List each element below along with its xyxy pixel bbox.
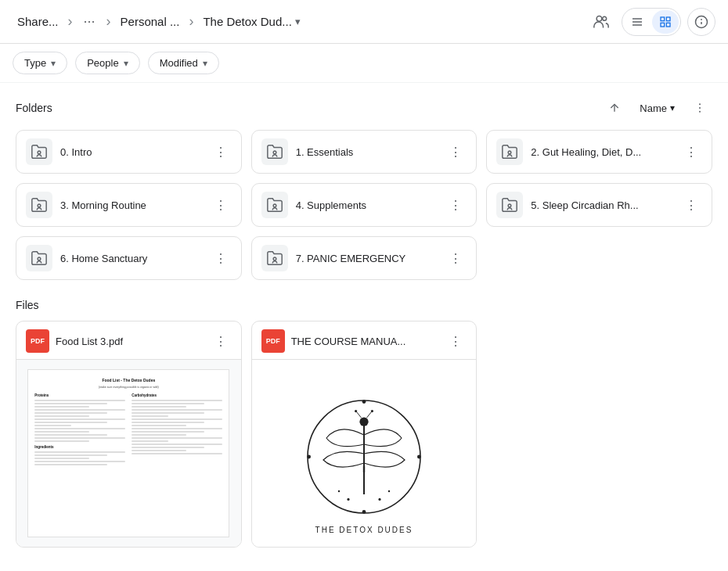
folder-name-0: 0. Intro bbox=[60, 146, 92, 158]
shared-folder-svg-4 bbox=[266, 196, 283, 214]
folders-section-header: Folders Name ▾ bbox=[16, 95, 712, 120]
svg-point-16 bbox=[38, 151, 41, 154]
nav-more-dots[interactable]: ··· bbox=[77, 10, 102, 33]
filter-bar: Type ▾ People ▾ Modified ▾ bbox=[0, 44, 728, 83]
folder-card-2[interactable]: 2. Gut Healing, Diet, D... ⋮ bbox=[486, 130, 712, 174]
folder-grid: 0. Intro ⋮ 1. Essentials ⋮ bbox=[16, 130, 712, 280]
people-icon-btn[interactable] bbox=[587, 8, 615, 36]
svg-point-26 bbox=[362, 510, 366, 514]
more-vert-icon bbox=[694, 102, 706, 114]
file-preview-course-manual: THE DETOX DUDES bbox=[252, 359, 477, 547]
folder-more-4[interactable]: ⋮ bbox=[445, 194, 467, 216]
nav-detox[interactable]: The Detox Dud... ▾ bbox=[198, 12, 305, 31]
shared-folder-svg-1 bbox=[266, 143, 283, 160]
folder-card-5[interactable]: 5. Sleep Circadian Rh... ⋮ bbox=[486, 183, 712, 227]
sort-order-btn[interactable] bbox=[602, 95, 627, 120]
folder-more-5[interactable]: ⋮ bbox=[680, 194, 702, 216]
svg-point-19 bbox=[38, 204, 41, 207]
svg-line-39 bbox=[356, 411, 361, 418]
svg-point-15 bbox=[699, 111, 701, 113]
info-btn[interactable] bbox=[687, 8, 715, 36]
pdf-icon-food-list: PDF bbox=[26, 329, 49, 353]
shared-folder-svg-0 bbox=[31, 143, 48, 160]
svg-point-41 bbox=[355, 410, 357, 412]
folder-more-1[interactable]: ⋮ bbox=[445, 141, 467, 163]
svg-rect-8 bbox=[666, 23, 670, 27]
file-card-food-list[interactable]: PDF Food List 3.pdf ⋮ Food List - The De… bbox=[16, 321, 242, 548]
main-content: Folders Name ▾ bbox=[0, 83, 728, 560]
folder-icon-1 bbox=[261, 138, 288, 165]
file-name-course-manual: THE COURSE MANUA... bbox=[291, 336, 406, 347]
file-card-course-manual[interactable]: PDF THE COURSE MANUA... ⋮ bbox=[251, 321, 478, 548]
folder-card-7[interactable]: 7. PANIC EMERGENCY ⋮ bbox=[251, 236, 478, 280]
nav-personal[interactable]: Personal ... bbox=[116, 12, 185, 31]
filter-type[interactable]: Type ▾ bbox=[13, 52, 67, 74]
svg-point-13 bbox=[699, 103, 701, 105]
sort-controls: Name ▾ bbox=[602, 95, 712, 120]
info-icon bbox=[694, 15, 708, 29]
svg-rect-7 bbox=[661, 23, 665, 27]
shared-folder-svg-6 bbox=[31, 250, 48, 267]
folder-more-3[interactable]: ⋮ bbox=[210, 194, 232, 216]
folder-icon-6 bbox=[26, 245, 52, 271]
nav-sep-2: › bbox=[105, 13, 113, 30]
svg-point-22 bbox=[38, 257, 41, 260]
grid-view-btn[interactable] bbox=[652, 10, 679, 34]
list-icon bbox=[631, 16, 643, 28]
svg-point-35 bbox=[347, 498, 349, 501]
folder-card-0[interactable]: 0. Intro ⋮ bbox=[16, 130, 242, 174]
folder-icon-4 bbox=[261, 192, 288, 218]
svg-point-38 bbox=[388, 490, 390, 492]
file-more-course-manual[interactable]: ⋮ bbox=[445, 330, 467, 352]
list-view-btn[interactable] bbox=[624, 10, 651, 34]
sort-name-btn[interactable]: Name ▾ bbox=[633, 99, 681, 117]
top-nav: Share... › ··· › Personal ... › The Deto… bbox=[0, 0, 728, 44]
files-title: Files bbox=[16, 299, 712, 311]
folder-name-1: 1. Essentials bbox=[296, 146, 354, 158]
svg-point-18 bbox=[508, 151, 511, 154]
folder-more-7[interactable]: ⋮ bbox=[445, 247, 467, 269]
svg-line-40 bbox=[366, 411, 371, 418]
view-toggle bbox=[622, 8, 681, 36]
folder-more-0[interactable]: ⋮ bbox=[210, 141, 232, 163]
shared-folder-svg-3 bbox=[31, 196, 48, 214]
files-grid: PDF Food List 3.pdf ⋮ Food List - The De… bbox=[16, 321, 712, 548]
folder-card-6[interactable]: 6. Home Sanctuary ⋮ bbox=[16, 236, 242, 280]
svg-point-25 bbox=[362, 400, 366, 404]
modified-arrow: ▾ bbox=[203, 58, 207, 69]
svg-point-17 bbox=[273, 151, 276, 154]
folders-more-btn[interactable] bbox=[687, 95, 712, 120]
folder-icon-5 bbox=[496, 192, 523, 218]
svg-point-30 bbox=[359, 418, 368, 426]
svg-point-27 bbox=[307, 455, 311, 459]
folder-name-4: 4. Supplements bbox=[296, 199, 366, 211]
svg-point-0 bbox=[596, 16, 602, 21]
filter-modified[interactable]: Modified ▾ bbox=[148, 52, 219, 74]
folder-card-4[interactable]: 4. Supplements ⋮ bbox=[251, 183, 478, 227]
folder-name-5: 5. Sleep Circadian Rh... bbox=[531, 199, 638, 211]
file-preview-food-list: Food List - The Detox Dudes (make sure e… bbox=[16, 359, 241, 547]
folder-name-3: 3. Morning Routine bbox=[60, 199, 146, 211]
people-arrow: ▾ bbox=[124, 58, 128, 69]
dragonfly-logo bbox=[301, 394, 427, 519]
pdf-preview-subtitle: (make sure everything possible is organi… bbox=[34, 386, 222, 389]
folder-card-1[interactable]: 1. Essentials ⋮ bbox=[251, 130, 478, 174]
filter-people[interactable]: People ▾ bbox=[75, 52, 139, 74]
file-name-food-list: Food List 3.pdf bbox=[56, 336, 123, 347]
svg-rect-6 bbox=[666, 17, 670, 21]
nav-share[interactable]: Share... bbox=[13, 12, 63, 31]
shared-folder-svg-2 bbox=[501, 143, 518, 160]
svg-point-21 bbox=[508, 204, 511, 207]
sort-arrow: ▾ bbox=[670, 102, 675, 113]
folder-name-6: 6. Home Sanctuary bbox=[60, 253, 147, 264]
pdf-preview-title: Food List - The Detox Dudes bbox=[34, 378, 222, 382]
folder-card-3[interactable]: 3. Morning Routine ⋮ bbox=[16, 183, 242, 227]
folder-name-7: 7. PANIC EMERGENCY bbox=[296, 253, 406, 264]
svg-point-1 bbox=[603, 16, 607, 20]
svg-rect-5 bbox=[661, 17, 665, 21]
folder-more-6[interactable]: ⋮ bbox=[210, 247, 232, 269]
type-arrow: ▾ bbox=[51, 58, 56, 69]
folder-more-2[interactable]: ⋮ bbox=[680, 141, 702, 163]
folder-icon-2 bbox=[496, 138, 523, 165]
file-more-food-list[interactable]: ⋮ bbox=[210, 330, 232, 352]
